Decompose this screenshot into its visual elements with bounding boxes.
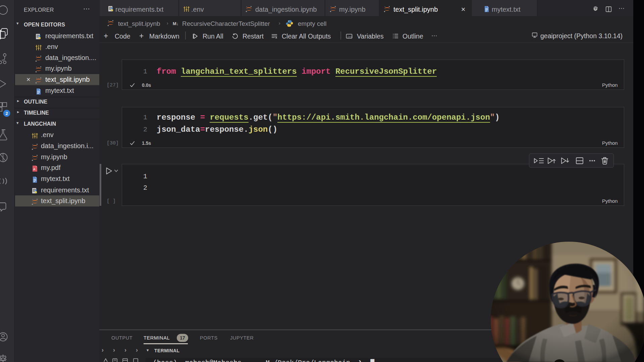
svg-text:2: 2 — [5, 111, 8, 116]
